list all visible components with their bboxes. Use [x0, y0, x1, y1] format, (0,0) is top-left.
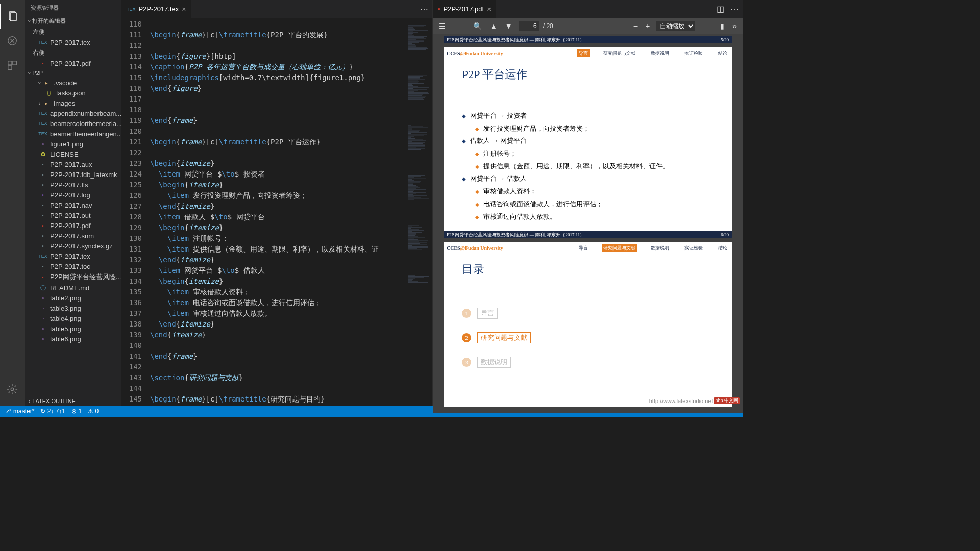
- tex-icon: TEX: [39, 109, 47, 117]
- explorer-icon[interactable]: [0, 4, 24, 29]
- warnings-count[interactable]: ⚠ 0: [88, 408, 99, 415]
- page-down-icon[interactable]: ▼: [503, 21, 514, 31]
- folder-vscode[interactable]: ›▸.vscode: [24, 78, 121, 88]
- zoom-in-icon[interactable]: +: [644, 21, 652, 31]
- file-longname[interactable]: ▪P2P网贷平台经营风险...: [24, 271, 121, 283]
- file-pdf[interactable]: ▪P2P-2017.pdf: [24, 220, 121, 231]
- pdf-nav-bar: CCES@Fudan University 导言 研究问题与文献 数据说明 实证…: [444, 242, 732, 254]
- sidebar-title: 资源管理器: [24, 0, 121, 16]
- tab-bar-right: ▪ P2P-2017.pdf × ◫ ⋯: [433, 0, 743, 18]
- log-icon: ▪: [39, 191, 47, 199]
- pdf-icon: ▪: [39, 221, 47, 230]
- file-table2[interactable]: ▫table2.png: [24, 293, 121, 303]
- page-input[interactable]: [519, 21, 539, 31]
- pdf-viewer: ☰ 🔍 ▲ ▼ / 20 − + 自动缩放 ▮ »: [433, 18, 743, 413]
- git-branch[interactable]: ⎇master*: [4, 408, 34, 415]
- file-table3[interactable]: ▫table3.png: [24, 303, 121, 313]
- pdf-page-7: CCES@Fudan University 导言 研究问题与文献 数据说明 实证…: [444, 242, 732, 407]
- zoom-select[interactable]: 自动缩放: [656, 21, 695, 31]
- folder-images[interactable]: ›▸images: [24, 98, 121, 108]
- info-icon: ⓘ: [39, 284, 47, 292]
- sidebar-toggle-icon[interactable]: ☰: [437, 21, 448, 31]
- page-up-icon[interactable]: ▲: [488, 21, 499, 31]
- file-icon: ▪: [39, 211, 47, 219]
- file-beamertheme[interactable]: TEXbeamerthemeerlangen...: [24, 129, 121, 139]
- more-icon[interactable]: ⋯: [730, 4, 739, 14]
- file-table4[interactable]: ▫table4.png: [24, 313, 121, 323]
- activity-bar: [0, 0, 24, 406]
- split-icon[interactable]: ◫: [717, 4, 724, 14]
- file-snm[interactable]: ▪P2P-2017.snm: [24, 231, 121, 241]
- file-figure1[interactable]: ▫figure1.png: [24, 139, 121, 149]
- code-editor[interactable]: 1101111121131141151161171181191201211221…: [121, 18, 432, 406]
- file-fdb[interactable]: ▪P2P-2017.fdb_latexmk: [24, 169, 121, 180]
- file-icon: ▪: [39, 232, 47, 240]
- open-editor-tex[interactable]: TEXP2P-2017.tex: [24, 37, 121, 47]
- file-appendix[interactable]: TEXappendixnumberbeam...: [24, 108, 121, 118]
- open-editor-pdf[interactable]: ▪P2P-2017.pdf: [24, 58, 121, 68]
- zoom-out-icon[interactable]: −: [631, 21, 640, 31]
- file-log[interactable]: ▪P2P-2017.log: [24, 190, 121, 200]
- line-numbers: 1101111121131141151161171181191201211221…: [121, 18, 150, 406]
- pdf-nav-1: 导言: [577, 49, 590, 57]
- close-icon[interactable]: ×: [487, 5, 491, 13]
- cert-icon: ✪: [39, 150, 47, 158]
- code-content[interactable]: \begin{frame}[c]\frametitle{P2P 平台的发展} \…: [150, 18, 407, 406]
- tab-more-icon[interactable]: ⋯: [416, 4, 432, 14]
- file-tasks[interactable]: {}tasks.json: [24, 88, 121, 98]
- errors-count[interactable]: ⊗ 1: [71, 408, 82, 415]
- toc-item-1: 1 导言: [462, 308, 714, 319]
- file-out[interactable]: ▪P2P-2017.out: [24, 210, 121, 220]
- folder-icon: ▸: [42, 99, 51, 107]
- image-icon: ▫: [39, 335, 47, 343]
- toc-item-2: 2 研究问题与文献: [462, 332, 714, 343]
- tex-icon: TEX: [127, 7, 136, 12]
- file-beamercolor[interactable]: TEXbeamercolorthemeerla...: [24, 118, 121, 129]
- explorer-sidebar: 资源管理器 ›打开的编辑器 左侧 TEXP2P-2017.tex 右侧 ▪P2P…: [24, 0, 121, 406]
- bookmark-icon[interactable]: ▮: [718, 21, 726, 31]
- pdf-content[interactable]: P2P 网贷平台经营风险与投资者风险意识 — 陈利, 邓东升（2017.11） …: [433, 34, 743, 413]
- file-license[interactable]: ✪LICENSE: [24, 149, 121, 159]
- minimap[interactable]: [407, 18, 432, 406]
- pdf-toolbar: ☰ 🔍 ▲ ▼ / 20 − + 自动缩放 ▮ »: [433, 18, 743, 34]
- file-fls[interactable]: ▪P2P-2017.fls: [24, 180, 121, 190]
- svg-point-6: [11, 388, 14, 391]
- tools-icon[interactable]: »: [730, 21, 739, 31]
- file-tex[interactable]: TEXP2P-2017.tex: [24, 251, 121, 261]
- toc-title: 目录: [462, 262, 714, 277]
- project-header[interactable]: ›P2P: [24, 68, 121, 78]
- file-readme[interactable]: ⓘREADME.md: [24, 283, 121, 293]
- extensions-icon[interactable]: [0, 53, 24, 78]
- tab-pdf[interactable]: ▪ P2P-2017.pdf ×: [433, 0, 496, 18]
- image-icon: ▫: [39, 314, 47, 322]
- branch-icon: ⎇: [4, 408, 11, 415]
- tex-icon: TEX: [39, 252, 47, 260]
- pdf-icon: ▪: [438, 5, 440, 13]
- file-table5[interactable]: ▫table5.png: [24, 323, 121, 334]
- slide-list: 网贷平台 → 投资者 发行投资理财产品，向投资者筹资； 借款人 → 网贷平台 注…: [462, 110, 714, 223]
- open-editors-header[interactable]: ›打开的编辑器: [24, 16, 121, 27]
- tex-icon: TEX: [39, 119, 47, 128]
- pdf-nav-4: 实证检验: [683, 244, 704, 252]
- pdf-page-num: 5/20: [721, 37, 729, 42]
- settings-icon[interactable]: [0, 377, 24, 402]
- file-table6[interactable]: ▫table6.png: [24, 334, 121, 344]
- latex-outline-header[interactable]: ›LATEX OUTLINE: [24, 396, 121, 406]
- tab-tex[interactable]: TEX P2P-2017.tex ×: [121, 0, 191, 18]
- file-aux[interactable]: ▪P2P-2017.aux: [24, 159, 121, 169]
- pdf-icon: ▪: [39, 273, 47, 281]
- pdf-nav-3: 数据说明: [649, 244, 671, 252]
- tab-label: P2P-2017.pdf: [444, 5, 484, 13]
- svg-rect-5: [8, 66, 12, 69]
- close-icon[interactable]: ×: [182, 5, 186, 13]
- pdf-page-num: 6/20: [721, 232, 729, 237]
- pdf-nav-3: 数据说明: [649, 49, 671, 57]
- latex-icon[interactable]: [0, 29, 24, 53]
- file-toc[interactable]: ▪P2P-2017.toc: [24, 261, 121, 271]
- search-icon[interactable]: 🔍: [471, 21, 484, 31]
- json-icon: {}: [45, 89, 53, 97]
- image-icon: ▫: [39, 304, 47, 312]
- git-sync[interactable]: ↻ 2↓ 7↑1: [40, 408, 65, 415]
- file-synctex[interactable]: ▪P2P-2017.synctex.gz: [24, 241, 121, 251]
- file-nav[interactable]: ▪P2P-2017.nav: [24, 200, 121, 210]
